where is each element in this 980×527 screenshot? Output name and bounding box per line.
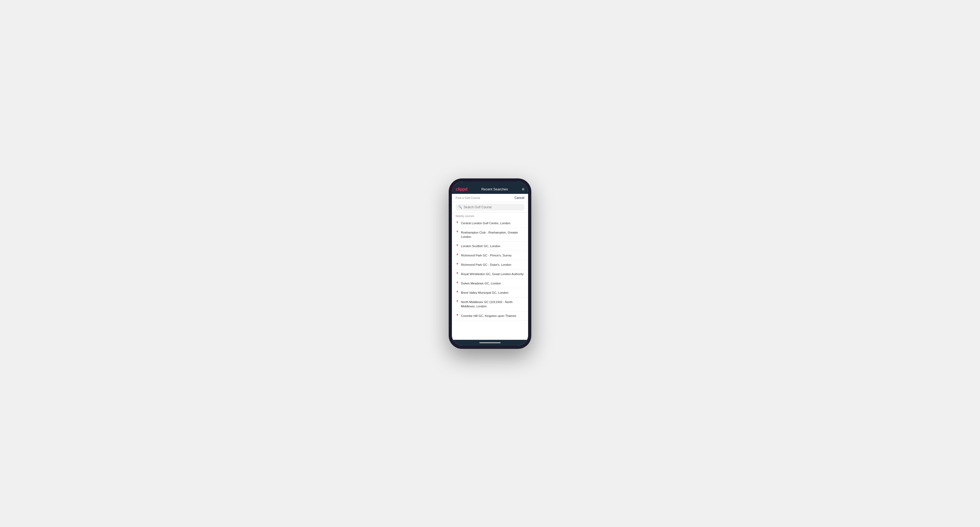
course-name: Brent Valley Municipal GC, London (461, 290, 508, 295)
course-list: 📍Central London Golf Centre, London📍Roeh… (452, 219, 528, 321)
nearby-label: Nearby courses (452, 213, 528, 219)
find-bar: Find a Golf Course Cancel (452, 194, 528, 202)
course-item[interactable]: 📍Brent Valley Municipal GC, London (452, 288, 528, 297)
location-pin-icon: 📍 (456, 254, 459, 256)
home-bar (479, 342, 501, 343)
phone-screen: clippd Recent Searches ≡ Find a Golf Cou… (452, 182, 528, 346)
course-item[interactable]: 📍Dukes Meadows GC, London (452, 279, 528, 288)
course-item[interactable]: 📍Richmond Park GC - Duke's, London (452, 260, 528, 270)
course-name: Royal Wimbledon GC, Great London Authori… (461, 272, 523, 276)
app-header: clippd Recent Searches ≡ (452, 185, 528, 194)
nearby-section: Nearby courses 📍Central London Golf Cent… (452, 213, 528, 340)
find-label: Find a Golf Course (456, 196, 480, 200)
course-name: Dukes Meadows GC, London (461, 281, 501, 286)
course-item[interactable]: 📍Roehampton Club - Roehampton, Greater L… (452, 228, 528, 241)
course-item[interactable]: 📍North Middlesex GC (1011942 - North Mid… (452, 297, 528, 311)
header-title: Recent Searches (482, 187, 508, 191)
course-name: Roehampton Club - Roehampton, Greater Lo… (461, 230, 524, 239)
course-item[interactable]: 📍Coombe Hill GC, Kingston upon Thames (452, 311, 528, 321)
status-bar (452, 182, 528, 185)
home-indicator (452, 340, 528, 346)
search-input[interactable] (464, 205, 522, 209)
course-name: Coombe Hill GC, Kingston upon Thames (461, 314, 516, 318)
search-icon: 🔍 (458, 205, 462, 209)
menu-icon[interactable]: ≡ (522, 187, 524, 192)
course-item[interactable]: 📍Richmond Park GC - Prince's, Surrey (452, 251, 528, 260)
course-name: London Scottish GC, London (461, 244, 500, 248)
course-name: North Middlesex GC (1011942 - North Midd… (461, 300, 524, 308)
app-logo: clippd (456, 187, 467, 192)
course-item[interactable]: 📍Royal Wimbledon GC, Great London Author… (452, 270, 528, 279)
location-pin-icon: 📍 (456, 244, 459, 247)
cancel-button[interactable]: Cancel (514, 196, 524, 200)
course-item[interactable]: 📍Central London Golf Centre, London (452, 219, 528, 228)
location-pin-icon: 📍 (456, 291, 459, 294)
course-name: Richmond Park GC - Duke's, London (461, 263, 511, 267)
location-pin-icon: 📍 (456, 231, 459, 233)
location-pin-icon: 📍 (456, 300, 459, 303)
location-pin-icon: 📍 (456, 281, 459, 284)
course-name: Central London Golf Centre, London (461, 221, 510, 225)
phone-frame: clippd Recent Searches ≡ Find a Golf Cou… (449, 178, 531, 349)
location-pin-icon: 📍 (456, 314, 459, 317)
search-container: 🔍 (452, 202, 528, 213)
location-pin-icon: 📍 (456, 221, 459, 224)
location-pin-icon: 📍 (456, 272, 459, 275)
course-name: Richmond Park GC - Prince's, Surrey (461, 253, 512, 257)
course-item[interactable]: 📍London Scottish GC, London (452, 241, 528, 251)
location-pin-icon: 📍 (456, 263, 459, 266)
search-input-wrapper: 🔍 (456, 204, 524, 211)
